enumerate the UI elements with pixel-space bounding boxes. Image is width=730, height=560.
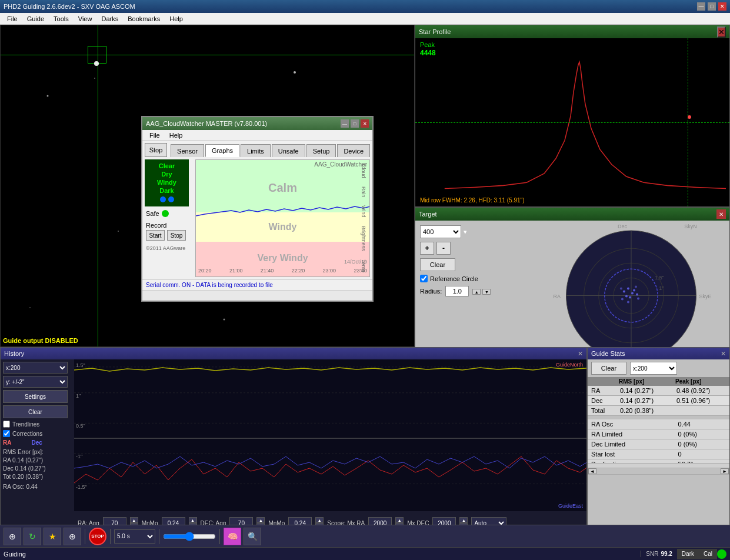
dark-button[interactable]: Dark — [677, 549, 699, 559]
radius-up-button[interactable]: ▲ — [472, 289, 481, 295]
menu-guide[interactable]: Guide — [22, 13, 49, 24]
svg-text:SkyN: SkyN — [684, 224, 697, 229]
gs-scroll-left[interactable]: ◄ — [588, 468, 596, 474]
cw-statusbar — [142, 290, 372, 301]
cw-titlebar: AAG_CloudWatcher MASTER (v7.80.001) — □ … — [142, 117, 372, 130]
scope-ra-up[interactable]: ▲ — [395, 517, 404, 523]
crosshair-button[interactable]: ⊕ — [64, 528, 81, 545]
radius-row: Radius: ▲ ▼ — [420, 286, 528, 296]
y-label-1: 1" — [76, 393, 81, 399]
history-close-button[interactable]: ✕ — [578, 350, 583, 358]
svg-point-23 — [625, 295, 628, 297]
menu-file[interactable]: File — [2, 13, 22, 24]
cw-tab-setup[interactable]: Setup — [306, 144, 336, 157]
menu-tools[interactable]: Tools — [49, 13, 74, 24]
menu-view[interactable]: View — [74, 13, 97, 24]
mx-dec-up[interactable]: ▲ — [459, 517, 468, 523]
brain-icon: 🧠 — [228, 532, 238, 541]
star-button[interactable]: ★ — [44, 528, 61, 545]
gs-row-total: Total 0.20 (0.38") — [588, 406, 729, 416]
gs-scroll-right[interactable]: ► — [721, 468, 729, 474]
gs-scrollbar[interactable]: ◄ ► — [588, 463, 729, 475]
cw-tab-limits[interactable]: Limits — [241, 144, 271, 157]
cw-minimize-button[interactable]: — — [341, 119, 349, 128]
cw-menu-help[interactable]: Help — [165, 132, 188, 139]
target-clear-button[interactable]: Clear — [420, 258, 455, 271]
search-button[interactable]: 🔍 — [244, 528, 261, 545]
svg-text:Dec: Dec — [618, 224, 628, 229]
gs-ra-limited-label: RA Limited — [588, 429, 675, 439]
gs-scroll-thumb[interactable] — [596, 468, 721, 474]
cw-status-dry: Dry — [161, 171, 172, 178]
star-profile-close-button[interactable]: ✕ — [717, 26, 726, 38]
guide-north-label: GuideNorth — [556, 362, 583, 368]
gs-clear-button[interactable]: Clear — [591, 362, 626, 375]
target-close-button[interactable]: ✕ — [716, 209, 726, 219]
target-minus-button[interactable]: - — [436, 242, 451, 255]
y-label-neg1: -1" — [76, 454, 82, 459]
gs-star-lost-label: Star lost — [588, 449, 675, 459]
cw-safe-indicator — [162, 210, 169, 217]
cw-menu-file[interactable]: File — [145, 132, 165, 139]
radius-down-button[interactable]: ▼ — [482, 289, 491, 295]
eyedropper-button[interactable]: ⊕ — [4, 528, 21, 545]
gs-close-button[interactable]: ✕ — [721, 350, 726, 358]
target-scale-select[interactable]: 400 — [420, 225, 461, 238]
cw-status-box: Clear Dry Windy Dark — [145, 159, 189, 206]
cw-close-button[interactable]: ✕ — [361, 119, 369, 128]
gs-ra-label: RA — [588, 386, 616, 396]
cw-record-row: Record Start Stop — [145, 221, 192, 242]
menu-darks[interactable]: Darks — [96, 13, 123, 24]
cw-tab-unsafe[interactable]: Unsafe — [272, 144, 305, 157]
cw-stop-button[interactable]: Stop — [145, 143, 167, 157]
bottom-toolbar: ⊕ ↻ ★ ⊕ STOP 5.0 s 🧠 🔍 — [0, 525, 730, 547]
ref-circle-checkbox[interactable] — [420, 275, 428, 282]
ra-label: RA — [3, 439, 11, 446]
cw-stop-record-button[interactable]: Stop — [167, 230, 186, 241]
brain-button[interactable]: 🧠 — [224, 528, 241, 545]
history-x-select[interactable]: x:200 — [3, 362, 68, 374]
gs-star-lost-row: Star lost 0 — [588, 449, 729, 459]
close-button[interactable]: ✕ — [718, 2, 726, 11]
cal-button[interactable]: Cal — [699, 549, 717, 559]
cw-tab-sensor[interactable]: Sensor — [171, 144, 204, 157]
guide-stats-panel: Guide Stats ✕ Clear x:200 RMS [px] Peak … — [587, 347, 730, 535]
snr-section: SNR 99.2 — [641, 551, 677, 557]
target-plus-button[interactable]: + — [420, 242, 434, 255]
maximize-button[interactable]: □ — [708, 2, 716, 11]
gs-ra-limited-value: 0 (0%) — [675, 429, 729, 439]
history-y-select[interactable]: y: +/-2" — [3, 376, 68, 388]
history-settings-button[interactable]: Settings — [3, 390, 68, 403]
star-profile-titlebar: Star Profile ✕ — [415, 25, 729, 38]
history-titlebar: History ✕ — [1, 348, 586, 359]
cw-tab-graphs[interactable]: Graphs — [205, 144, 239, 157]
menu-help[interactable]: Help — [165, 13, 188, 24]
corrections-checkbox[interactable] — [3, 430, 10, 437]
loop-button[interactable]: ↻ — [24, 528, 41, 545]
minimize-button[interactable]: — — [697, 2, 705, 11]
ra-mnmo-up[interactable]: ▲ — [189, 517, 197, 523]
cw-content: Clear Dry Windy Dark Safe Record — [142, 157, 372, 279]
menu-bookmarks[interactable]: Bookmarks — [123, 13, 165, 24]
history-clear-button[interactable]: Clear — [3, 405, 68, 418]
exposure-select[interactable]: 5.0 s — [114, 529, 155, 544]
trendlines-checkbox[interactable] — [3, 421, 10, 428]
radius-input[interactable] — [445, 286, 469, 296]
cw-tab-device[interactable]: Device — [337, 144, 370, 157]
radius-spinner: ▲ ▼ — [472, 288, 491, 295]
main-area: Guide output DISABLED Star Profile ✕ Pea… — [0, 25, 730, 560]
cw-maximize-button[interactable]: □ — [351, 119, 359, 128]
cw-record-buttons: Start Stop — [146, 230, 191, 241]
window-controls: — □ ✕ — [697, 2, 726, 11]
ra-agg-up[interactable]: ▲ — [130, 517, 138, 523]
gs-x-select[interactable]: x:200 — [630, 362, 677, 375]
gs-scroll[interactable]: RA Osc 0.44 RA Limited 0 (0%) Dec Limite… — [588, 416, 729, 463]
gs-stats2-table: RA Osc 0.44 RA Limited 0 (0%) Dec Limite… — [588, 419, 729, 463]
gamma-slider[interactable] — [163, 532, 216, 541]
stop-button[interactable]: STOP — [89, 528, 106, 545]
cw-start-button[interactable]: Start — [146, 230, 165, 241]
cw-windy-label: Windy — [269, 222, 297, 232]
dec-agg-up[interactable]: ▲ — [256, 517, 265, 523]
cw-status-windy: Windy — [157, 179, 176, 186]
dec-mnmo-up[interactable]: ▲ — [315, 517, 324, 523]
